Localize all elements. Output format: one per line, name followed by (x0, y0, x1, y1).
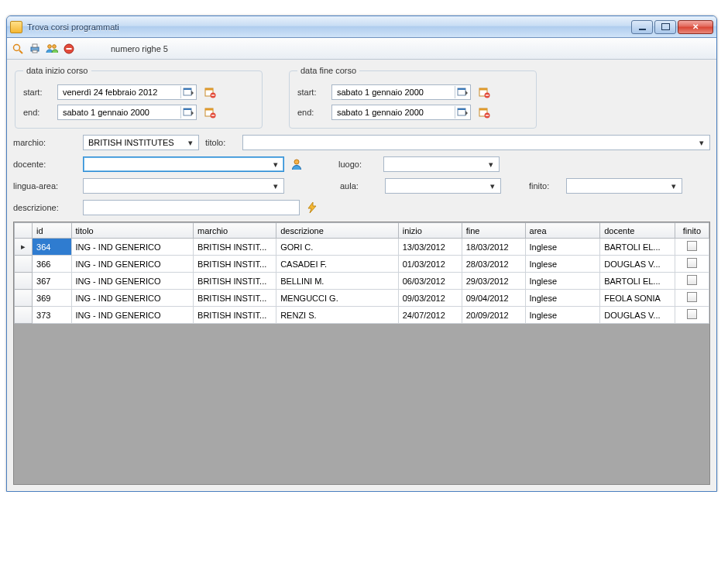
combo-lingua-area[interactable]: ▾ (83, 178, 284, 194)
cell-docente[interactable]: DOUGLAS V... (600, 307, 675, 324)
minimize-button[interactable] (631, 20, 653, 34)
combo-titolo[interactable]: ▾ (242, 135, 710, 150)
date-inizio-end[interactable]: sabato 1 gennaio 2000 (57, 105, 197, 120)
cell-fine[interactable]: 28/03/2012 (462, 256, 525, 273)
cell-descrizione[interactable]: CASADEI F. (276, 256, 399, 273)
cell-descrizione[interactable]: BELLINI M. (276, 273, 399, 290)
cell-docente[interactable]: BARTOLI EL... (600, 239, 675, 256)
cell-descrizione[interactable]: GORI C. (276, 239, 399, 256)
cell-inizio[interactable]: 24/07/2012 (398, 307, 462, 324)
calendar-dropdown-icon[interactable] (180, 106, 194, 119)
chevron-down-icon[interactable]: ▾ (485, 160, 497, 170)
cell-titolo[interactable]: ING - IND GENERICO (71, 290, 194, 307)
date-fine-start[interactable]: sabato 1 gennaio 2000 (331, 84, 471, 100)
col-docente[interactable]: docente (600, 223, 675, 239)
cell-titolo[interactable]: ING - IND GENERICO (71, 307, 194, 324)
col-area[interactable]: area (525, 223, 600, 239)
lightning-icon[interactable] (306, 201, 318, 214)
col-titolo[interactable]: titolo (71, 223, 194, 239)
row-header[interactable] (15, 290, 33, 307)
clear-date-icon[interactable] (477, 105, 491, 119)
cell-id[interactable]: 367 (33, 273, 71, 290)
cell-area[interactable]: Inglese (525, 256, 600, 273)
cell-marchio[interactable]: BRITISH INSTIT... (194, 273, 276, 290)
cell-inizio[interactable]: 01/03/2012 (398, 256, 462, 273)
chevron-down-icon[interactable]: ▾ (184, 138, 197, 148)
chevron-down-icon[interactable]: ▾ (270, 160, 282, 170)
table-row[interactable]: 367ING - IND GENERICOBRITISH INSTIT...BE… (15, 273, 709, 290)
col-rowselector[interactable] (15, 223, 33, 239)
chevron-down-icon[interactable]: ▾ (486, 181, 499, 191)
cell-finito[interactable] (675, 239, 709, 256)
cell-finito[interactable] (675, 290, 709, 307)
cell-descrizione[interactable]: MENGUCCI G. (276, 290, 399, 307)
combo-aula[interactable]: ▾ (385, 178, 501, 194)
chevron-down-icon[interactable]: ▾ (695, 138, 708, 148)
cell-marchio[interactable]: BRITISH INSTIT... (194, 256, 276, 273)
checkbox-icon[interactable] (687, 258, 697, 268)
cell-inizio[interactable]: 13/03/2012 (398, 239, 462, 256)
users-icon[interactable] (46, 43, 58, 55)
combo-marchio[interactable]: BRITISH INSTITUTES▾ (83, 135, 199, 150)
titlebar[interactable]: Trova corsi programmati (7, 16, 716, 38)
row-header[interactable] (15, 307, 33, 324)
cell-finito[interactable] (675, 256, 709, 273)
cell-id[interactable]: 366 (33, 256, 71, 273)
combo-luogo[interactable]: ▾ (383, 156, 500, 172)
row-header[interactable] (15, 273, 33, 290)
col-descrizione[interactable]: descrizione (276, 223, 399, 239)
cell-inizio[interactable]: 09/03/2012 (398, 290, 462, 307)
delete-icon[interactable] (63, 43, 75, 55)
print-icon[interactable] (29, 43, 41, 55)
date-inizio-start[interactable]: venerdì 24 febbraio 2012 (57, 84, 197, 100)
date-fine-end[interactable]: sabato 1 gennaio 2000 (331, 105, 471, 120)
cell-docente[interactable]: DOUGLAS V... (600, 256, 675, 273)
cell-marchio[interactable]: BRITISH INSTIT... (194, 307, 276, 324)
checkbox-icon[interactable] (687, 309, 697, 319)
cell-marchio[interactable]: BRITISH INSTIT... (194, 290, 276, 307)
cell-descrizione[interactable]: RENZI S. (276, 307, 399, 324)
cell-finito[interactable] (675, 307, 709, 324)
row-header[interactable] (15, 256, 33, 273)
col-finito[interactable]: finito (675, 223, 709, 239)
cell-inizio[interactable]: 06/03/2012 (398, 273, 462, 290)
checkbox-icon[interactable] (687, 275, 697, 285)
col-fine[interactable]: fine (462, 223, 525, 239)
data-grid[interactable]: id titolo marchio descrizione inizio fin… (13, 222, 710, 485)
cell-docente[interactable]: BARTOLI EL... (600, 273, 675, 290)
cell-fine[interactable]: 18/03/2012 (462, 239, 525, 256)
table-row[interactable]: 364ING - IND GENERICOBRITISH INSTIT...GO… (15, 239, 709, 256)
cell-id[interactable]: 373 (33, 307, 71, 324)
cell-area[interactable]: Inglese (525, 290, 600, 307)
calendar-dropdown-icon[interactable] (180, 86, 194, 98)
clear-date-icon[interactable] (477, 85, 491, 99)
cell-titolo[interactable]: ING - IND GENERICO (71, 239, 194, 256)
calendar-dropdown-icon[interactable] (455, 106, 469, 119)
cell-marchio[interactable]: BRITISH INSTIT... (194, 239, 276, 256)
clear-date-icon[interactable] (203, 105, 217, 119)
table-row[interactable]: 369ING - IND GENERICOBRITISH INSTIT...ME… (15, 290, 709, 307)
clear-date-icon[interactable] (203, 85, 217, 99)
cell-titolo[interactable]: ING - IND GENERICO (71, 256, 194, 273)
combo-docente[interactable]: ▾ (83, 156, 284, 172)
table-row[interactable]: 373ING - IND GENERICOBRITISH INSTIT...RE… (15, 307, 709, 324)
chevron-down-icon[interactable]: ▾ (668, 181, 680, 191)
combo-finito[interactable]: ▾ (566, 178, 682, 194)
col-marchio[interactable]: marchio (194, 223, 276, 239)
col-id[interactable]: id (33, 223, 71, 239)
close-button[interactable] (678, 20, 713, 34)
col-inizio[interactable]: inizio (398, 223, 462, 239)
row-header[interactable] (15, 239, 33, 256)
cell-fine[interactable]: 09/04/2012 (462, 290, 525, 307)
cell-finito[interactable] (675, 273, 709, 290)
cell-area[interactable]: Inglese (525, 273, 600, 290)
chevron-down-icon[interactable]: ▾ (270, 181, 282, 191)
calendar-dropdown-icon[interactable] (455, 86, 469, 98)
checkbox-icon[interactable] (687, 241, 697, 251)
cell-id[interactable]: 364 (33, 239, 71, 256)
maximize-button[interactable] (654, 20, 676, 34)
person-icon[interactable] (290, 158, 303, 170)
cell-fine[interactable]: 20/09/2012 (462, 307, 525, 324)
cell-area[interactable]: Inglese (525, 307, 600, 324)
cell-docente[interactable]: FEOLA SONIA (600, 290, 675, 307)
